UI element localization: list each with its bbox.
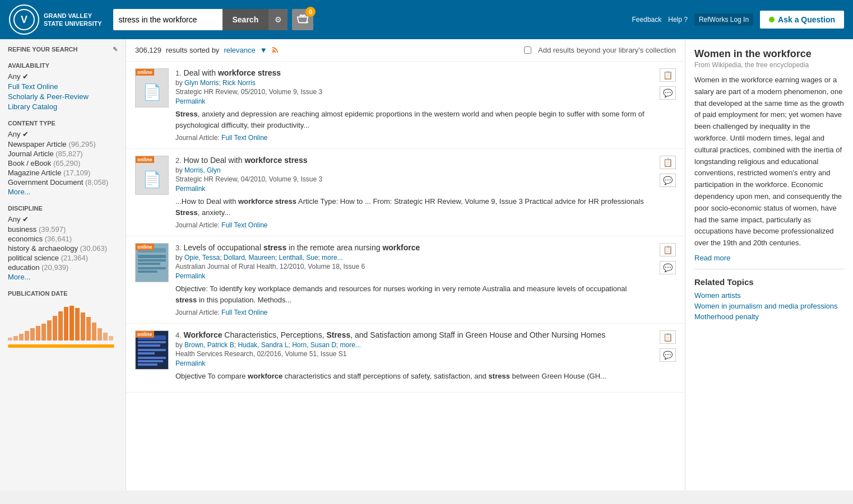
- result-title-link-2[interactable]: How to Deal with workforce stress: [183, 156, 307, 165]
- result-title-bold-4a: Workforce: [183, 330, 222, 339]
- svg-text:V: V: [21, 14, 27, 25]
- content-type-newspaper: Newspaper Article (96,295): [8, 140, 118, 148]
- result-thumb-2: online 📄: [135, 156, 169, 195]
- search-button[interactable]: Search: [222, 9, 269, 30]
- result-authors-3: by Opie, Tessa; Dollard, Maureen; Lentha…: [175, 254, 648, 262]
- result-thumb-1: online 📄: [135, 68, 169, 108]
- svg-rect-23: [138, 255, 166, 258]
- content-type-section: CONTENT TYPE Any ✔ Newspaper Article (96…: [8, 120, 118, 196]
- discipline-education: education (20,939): [8, 263, 118, 272]
- result-content-4: 4. Workforce Characteristics, Perception…: [175, 330, 648, 385]
- result-type-3: Journal Article: Full Text Online: [175, 309, 648, 316]
- result-author-1b[interactable]: Rick Norris: [222, 79, 256, 87]
- result-author-4b[interactable]: Hudak, Sandra L: [238, 341, 288, 349]
- result-author-2a[interactable]: Morris, Glyn: [184, 166, 221, 174]
- logo-area: V Grand Valley State University: [9, 4, 102, 35]
- result-title-link-4[interactable]: Workforce Characteristics, Perceptions, …: [183, 330, 605, 339]
- cite-button-1[interactable]: 💬: [660, 86, 676, 100]
- pub-date-section: PUBLICATION DATE: [8, 290, 118, 340]
- cite-button-3[interactable]: 💬: [660, 261, 676, 274]
- permalink-link-2[interactable]: Permalink: [175, 185, 205, 193]
- kp-related-link-3[interactable]: Motherhood penalty: [694, 312, 844, 321]
- sidebar-item-library-catalog[interactable]: Library Catalog: [8, 102, 118, 111]
- svg-rect-8: [41, 324, 46, 340]
- main-layout: REFINE YOUR SEARCH ✎ AVAILABILITY Any ✔ …: [0, 39, 853, 491]
- refine-section: REFINE YOUR SEARCH ✎: [8, 46, 118, 53]
- result-title-4: 4. Workforce Characteristics, Perception…: [175, 330, 648, 339]
- ask-question-label: Ask a Question: [778, 15, 835, 24]
- result-fulltext-link-3[interactable]: Full Text Online: [221, 309, 267, 316]
- search-input[interactable]: [113, 9, 222, 30]
- add-beyond-checkbox[interactable]: [524, 46, 531, 54]
- result-author-3c[interactable]: Lenthall, Sue: [279, 254, 318, 262]
- cite-button-2[interactable]: 💬: [660, 174, 676, 187]
- result-number-4: 4.: [175, 331, 183, 339]
- refworks-link[interactable]: RefWorks Log In: [694, 13, 753, 26]
- kp-related-link-2[interactable]: Women in journalism and media profession…: [694, 302, 844, 310]
- sort-arrow: ▼: [260, 46, 267, 54]
- result-snippet-4: Objective To compare workforce character…: [175, 371, 648, 382]
- save-button-4[interactable]: 📋: [660, 330, 676, 344]
- result-title-link-1[interactable]: Deal with workforce stress: [183, 68, 281, 77]
- result-author-3d[interactable]: more...: [322, 254, 342, 262]
- content-type-govt: Government Document (8,058): [8, 178, 118, 186]
- help-link[interactable]: Help ?: [668, 16, 688, 24]
- content-type-more[interactable]: More...: [8, 188, 30, 196]
- cart-button[interactable]: 0: [292, 9, 313, 30]
- svg-rect-27: [138, 270, 157, 273]
- result-item-1: online 📄 1. Deal with workforce stress b…: [126, 62, 685, 149]
- result-title-link-3[interactable]: Levels of occupational stress in the rem…: [183, 243, 420, 252]
- doc-icon-1: 📄: [142, 83, 162, 101]
- result-title-2: 2. How to Deal with workforce stress: [175, 156, 648, 165]
- permalink-link-3[interactable]: Permalink: [175, 272, 205, 280]
- ask-question-button[interactable]: Ask a Question: [760, 11, 844, 29]
- rss-icon[interactable]: [272, 45, 281, 55]
- result-author-4d[interactable]: more...: [340, 341, 361, 349]
- sort-link[interactable]: relevance: [224, 46, 255, 54]
- refine-title: REFINE YOUR SEARCH ✎: [8, 46, 118, 53]
- result-author-4a[interactable]: Brown, Patrick B: [184, 341, 234, 349]
- discipline-business: business (39,597): [8, 225, 118, 234]
- result-author-1a[interactable]: Glyn Morris: [184, 79, 219, 87]
- svg-rect-32: [138, 344, 160, 347]
- result-content-1: 1. Deal with workforce stress by Glyn Mo…: [175, 68, 648, 142]
- edit-icon[interactable]: ✎: [113, 46, 118, 53]
- kp-related-link-1[interactable]: Women artists: [694, 291, 844, 300]
- result-author-3b[interactable]: Dollard, Maureen: [224, 254, 275, 262]
- result-source-4: Health Services Research, 02/2016, Volum…: [175, 350, 648, 358]
- save-button-1[interactable]: 📋: [660, 68, 676, 82]
- result-authors-1: by Glyn Morris; Rick Norris: [175, 79, 648, 87]
- save-button-2[interactable]: 📋: [660, 156, 676, 169]
- result-item-4: online 4. Workforce Characteristics, Pe: [126, 324, 685, 393]
- permalink-link-1[interactable]: Permalink: [175, 97, 205, 105]
- result-title-bold-3a: stress: [263, 243, 286, 252]
- discipline-any[interactable]: Any ✔: [8, 215, 118, 223]
- svg-rect-35: [138, 357, 166, 359]
- svg-rect-13: [69, 306, 74, 340]
- result-author-4c[interactable]: Horn, Susan D: [292, 341, 336, 349]
- date-slider-track[interactable]: [8, 344, 114, 348]
- kp-subtitle: From Wikipedia, the free encyclopedia: [694, 61, 844, 69]
- result-fulltext-link-1[interactable]: Full Text Online: [221, 134, 267, 142]
- result-authors-2: by Morris, Glyn: [175, 166, 648, 174]
- kp-description: Women in the workforce earning wages or …: [694, 74, 844, 249]
- save-button-3[interactable]: 📋: [660, 243, 676, 256]
- permalink-link-4[interactable]: Permalink: [175, 360, 205, 367]
- result-permalink-3: Permalink: [175, 272, 648, 280]
- result-author-3a[interactable]: Opie, Tessa: [184, 254, 220, 262]
- sidebar-item-scholarly[interactable]: Scholarly & Peer-Review: [8, 92, 118, 101]
- availability-any[interactable]: Any ✔: [8, 72, 118, 81]
- sidebar-item-full-text-online[interactable]: Full Text Online: [8, 82, 118, 91]
- availability-title: AVAILABILITY: [8, 62, 118, 69]
- result-fulltext-link-2[interactable]: Full Text Online: [221, 221, 267, 229]
- result-title-bold-1: workforce stress: [218, 68, 281, 77]
- discipline-more[interactable]: More...: [8, 273, 30, 281]
- feedback-link[interactable]: Feedback: [632, 16, 662, 24]
- content-type-any[interactable]: Any ✔: [8, 130, 118, 138]
- kp-read-more-link[interactable]: Read more: [694, 254, 730, 262]
- cite-button-4[interactable]: 💬: [660, 348, 676, 362]
- result-type-1: Journal Article: Full Text Online: [175, 134, 648, 142]
- availability-section: AVAILABILITY Any ✔ Full Text Online Scho…: [8, 62, 118, 111]
- search-settings-button[interactable]: ⚙: [268, 9, 288, 30]
- svg-rect-37: [138, 363, 157, 366]
